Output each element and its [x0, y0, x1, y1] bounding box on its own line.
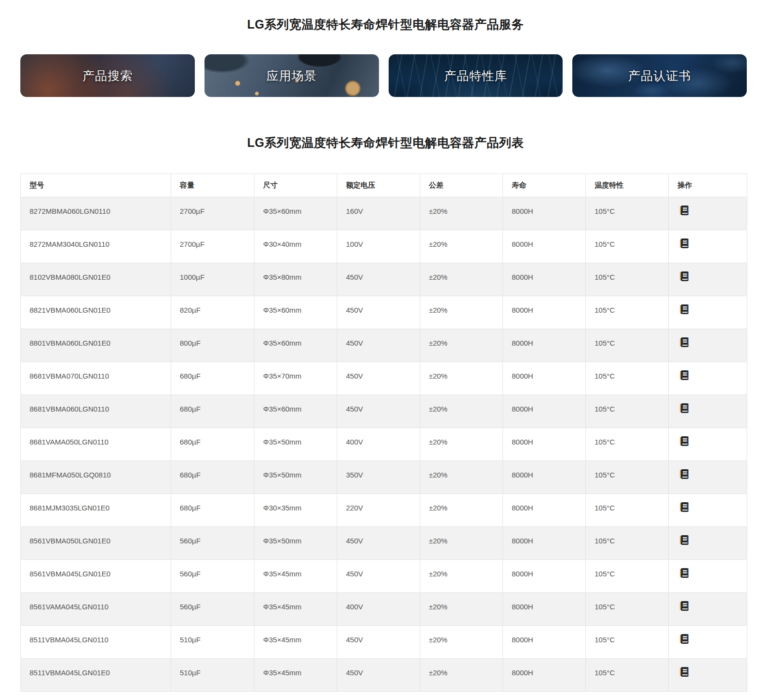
nav-button-label: 应用场景: [267, 68, 317, 84]
detail-button[interactable]: [680, 304, 689, 314]
table-row: 8681VAMA050LGN0110 680µF Φ35×50mm 400V ±…: [21, 428, 747, 461]
table-row: 8681VBMA070LGN0110 680µF Φ35×70mm 450V ±…: [21, 362, 747, 395]
table-header-row: 型号 容量 尺寸 额定电压 公差 寿命 温度特性 操作: [21, 174, 747, 197]
cell-tolerance: ±20%: [420, 560, 503, 593]
table-row: 8272MBMA060LGN0110 2700µF Φ35×60mm 160V …: [21, 197, 747, 230]
detail-button[interactable]: [680, 206, 689, 215]
detail-button[interactable]: [680, 601, 689, 611]
cell-size: Φ35×45mm: [254, 593, 337, 626]
cell-model: 8511VBMA045LGN01E0: [21, 659, 171, 692]
cell-capacity: 560µF: [171, 560, 254, 593]
cell-tolerance: ±20%: [420, 263, 503, 296]
cell-action: [669, 626, 747, 659]
cell-size: Φ35×60mm: [254, 395, 337, 428]
detail-button[interactable]: [680, 271, 689, 281]
notebook-icon: [680, 667, 689, 677]
cell-voltage: 450V: [337, 395, 420, 428]
cell-temperature: 105°C: [586, 362, 669, 395]
detail-button[interactable]: [680, 502, 689, 512]
cell-action: [669, 362, 747, 395]
cell-action: [669, 197, 747, 230]
table-row: 8681VBMA060LGN0110 680µF Φ35×60mm 450V ±…: [21, 395, 747, 428]
nav-button-application-scenarios[interactable]: 应用场景: [205, 54, 379, 97]
detail-button[interactable]: [680, 370, 689, 380]
cell-life: 8000H: [503, 560, 586, 593]
column-header-action: 操作: [669, 174, 747, 197]
cell-model: 8681VAMA050LGN0110: [21, 428, 171, 461]
cell-size: Φ35×70mm: [254, 362, 337, 395]
nav-button-certificates[interactable]: 产品认证书: [572, 54, 747, 97]
detail-button[interactable]: [680, 634, 689, 644]
detail-button[interactable]: [680, 436, 689, 446]
cell-voltage: 400V: [337, 593, 420, 626]
cell-voltage: 450V: [337, 362, 420, 395]
cell-model: 8681VBMA070LGN0110: [21, 362, 171, 395]
cell-size: Φ30×40mm: [254, 230, 337, 263]
cell-size: Φ30×35mm: [254, 494, 337, 527]
cell-temperature: 105°C: [586, 230, 669, 263]
cell-tolerance: ±20%: [420, 329, 503, 362]
column-header-size: 尺寸: [254, 174, 337, 197]
cell-model: 8821VBMA060LGN01E0: [21, 296, 171, 329]
cell-tolerance: ±20%: [420, 659, 503, 692]
table-row: 8681MFMA050LGQ0810 680µF Φ35×50mm 350V ±…: [21, 461, 747, 494]
column-header-voltage: 额定电压: [337, 174, 420, 197]
cell-temperature: 105°C: [586, 197, 669, 230]
cell-voltage: 450V: [337, 659, 420, 692]
nav-button-characteristics-library[interactable]: 产品特性库: [389, 54, 563, 97]
cell-capacity: 560µF: [171, 593, 254, 626]
cell-capacity: 1000µF: [171, 263, 254, 296]
column-header-life: 寿命: [503, 174, 586, 197]
cell-model: 8681MJM3035LGN01E0: [21, 494, 171, 527]
cell-temperature: 105°C: [586, 263, 669, 296]
detail-button[interactable]: [680, 403, 689, 413]
nav-button-label: 产品认证书: [628, 68, 691, 84]
cell-life: 8000H: [503, 626, 586, 659]
cell-temperature: 105°C: [586, 626, 669, 659]
cell-life: 8000H: [503, 461, 586, 494]
column-header-capacity: 容量: [171, 174, 254, 197]
table-row: 8511VBMA045LGN0110 510µF Φ35×45mm 450V ±…: [21, 626, 747, 659]
cell-tolerance: ±20%: [420, 395, 503, 428]
page-title: LG系列宽温度特长寿命焊针型电解电容器产品服务: [0, 16, 771, 32]
cell-action: [669, 395, 747, 428]
cell-capacity: 680µF: [171, 461, 254, 494]
cell-voltage: 450V: [337, 626, 420, 659]
cell-temperature: 105°C: [586, 527, 669, 560]
cell-model: 8102VBMA080LGN01E0: [21, 263, 171, 296]
cell-life: 8000H: [503, 494, 586, 527]
cell-model: 8272MBMA060LGN0110: [21, 197, 171, 230]
table-row: 8561VAMA045LGN0110 560µF Φ35×45mm 400V ±…: [21, 593, 747, 626]
table-row: 8681MJM3035LGN01E0 680µF Φ30×35mm 220V ±…: [21, 494, 747, 527]
detail-button[interactable]: [680, 239, 689, 248]
cell-capacity: 680µF: [171, 494, 254, 527]
table-row: 8511VBMA045LGN01E0 510µF Φ35×45mm 450V ±…: [21, 659, 747, 692]
notebook-icon: [680, 535, 689, 545]
cell-action: [669, 494, 747, 527]
cell-temperature: 105°C: [586, 296, 669, 329]
cell-temperature: 105°C: [586, 395, 669, 428]
cell-size: Φ35×60mm: [254, 197, 337, 230]
detail-button[interactable]: [680, 667, 689, 677]
notebook-icon: [680, 370, 689, 380]
detail-button[interactable]: [680, 535, 689, 545]
notebook-icon: [680, 403, 689, 413]
cell-size: Φ35×45mm: [254, 560, 337, 593]
cell-model: 8561VBMA045LGN01E0: [21, 560, 171, 593]
cell-size: Φ35×50mm: [254, 428, 337, 461]
detail-button[interactable]: [680, 337, 689, 347]
cell-action: [669, 593, 747, 626]
column-header-temperature: 温度特性: [586, 174, 669, 197]
cell-action: [669, 560, 747, 593]
cell-model: 8561VBMA050LGN01E0: [21, 527, 171, 560]
notebook-icon: [680, 469, 689, 479]
cell-temperature: 105°C: [586, 494, 669, 527]
cell-action: [669, 329, 747, 362]
cell-temperature: 105°C: [586, 560, 669, 593]
detail-button[interactable]: [680, 469, 689, 479]
cell-voltage: 160V: [337, 197, 420, 230]
cell-tolerance: ±20%: [420, 362, 503, 395]
nav-button-product-search[interactable]: 产品搜索: [20, 54, 195, 97]
detail-button[interactable]: [680, 568, 689, 578]
cell-voltage: 350V: [337, 461, 420, 494]
